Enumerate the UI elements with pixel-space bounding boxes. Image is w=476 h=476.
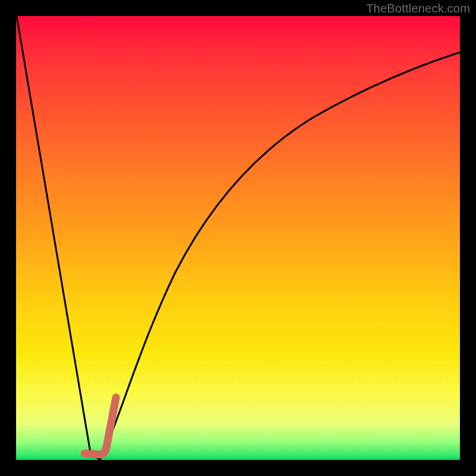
black-curve (17, 16, 460, 460)
chart-svg (16, 16, 460, 460)
plot-area (16, 16, 460, 460)
chart-frame: TheBottleneck.com (0, 0, 476, 476)
watermark-text: TheBottleneck.com (366, 2, 470, 15)
